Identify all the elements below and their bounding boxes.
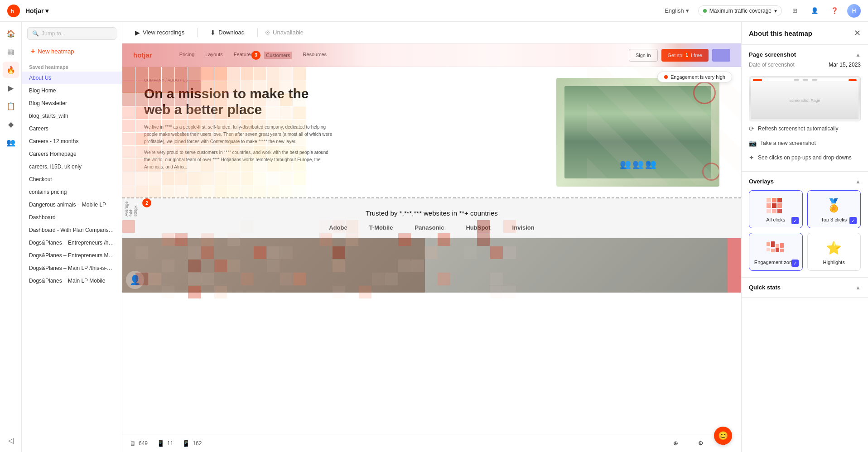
traffic-caret-icon: ▾ (774, 8, 777, 14)
right-panel: About this heatmap ✕ Page screenshot ▲ D… (741, 22, 868, 452)
stats-bar: 🖥 649 📱 11 📱 162 ⊕ ⚙ ⤢ (122, 434, 741, 452)
panel-item-dogs-main-mob[interactable]: Dogs&Planes – Main LP Mobile (22, 274, 122, 287)
panel-item-blog-newsletter[interactable]: Blog Newsletter (22, 97, 122, 110)
traffic-coverage-selector[interactable]: Maximum traffic coverage ▾ (698, 5, 782, 16)
svg-rect-2 (767, 198, 771, 202)
rp-screenshot-section: Page screenshot ▲ Date of screenshot Mar… (742, 45, 868, 172)
svg-rect-6 (772, 203, 776, 208)
brand-selector[interactable]: Hotjar ▾ (25, 7, 48, 14)
camera-icon: 📷 (749, 139, 757, 147)
user-add-icon-button[interactable]: 👤 (807, 4, 822, 18)
sidebar-icons: 🏠 ▦ 🔥 ▶ 📋 ◆ 👥 ◁ (0, 22, 22, 452)
logos-row: Adobe T-Mobile Panasonic HubSpot Invisio… (144, 224, 719, 231)
sidebar-people-btn[interactable]: 👥 (3, 134, 19, 150)
feedback-button[interactable]: 😊 (714, 427, 732, 445)
take-screenshot-button[interactable]: 📷 Take a new screenshot (749, 136, 861, 150)
mobile-icon: 📱 (182, 440, 190, 447)
click-icon: ✦ (749, 154, 754, 161)
sidebar-heatmap-btn[interactable]: 🔥 (3, 62, 19, 78)
fold-label: Average fold: 836px (124, 202, 138, 216)
logo-invision: Invision (512, 224, 535, 231)
sidebar-surveys-btn[interactable]: 📋 (3, 98, 19, 114)
svg-rect-16 (771, 249, 775, 252)
toolbar-divider-2 (257, 28, 258, 37)
settings-icon: ⚙ (698, 440, 704, 447)
panel-item-checkout[interactable]: Checkout (22, 173, 122, 186)
overlay-card-all-clicks[interactable]: All clicks ✓ (749, 190, 803, 228)
search-box[interactable]: 🔍 Jump to... (27, 27, 116, 40)
download-button[interactable]: ⬇ Download (205, 26, 250, 39)
sidebar-insights-btn[interactable]: ◆ (3, 116, 19, 132)
view-recordings-button[interactable]: ▶ View recordings (130, 26, 190, 39)
search-icon: 🔍 (32, 30, 39, 37)
panel-item-careers[interactable]: Careers (22, 122, 122, 135)
fake-lang-box (712, 49, 730, 62)
desktop-icon: 🖥 (130, 440, 136, 447)
close-panel-button[interactable]: ✕ (854, 28, 861, 38)
logo-panasonic: Panasonic (415, 224, 444, 231)
screenshot-section-header[interactable]: Page screenshot ▲ (749, 51, 861, 58)
dashboard-icon: ▦ (7, 48, 14, 56)
overlay-card-top3-clicks[interactable]: 🏅 Top 3 clicks ✓ (807, 190, 861, 228)
panel-item-dashboard-plan[interactable]: Dashboard - With Plan Comparison (Traffi… (22, 224, 122, 236)
rp-title: About this heatmap (749, 29, 812, 37)
svg-rect-14 (780, 243, 784, 248)
sidebar-recordings-btn[interactable]: ▶ (3, 80, 19, 96)
fold-line-container: Average fold: 836px (122, 197, 741, 198)
grid-icon-button[interactable]: ⊞ (787, 4, 802, 18)
panel-item-dashboard[interactable]: Dashboard (22, 211, 122, 224)
help-icon-button[interactable]: ❓ (827, 4, 842, 18)
avatar[interactable]: H (847, 4, 861, 18)
plus-icon: + (31, 47, 35, 55)
fake-signin-button[interactable]: Sign in (629, 49, 658, 62)
overlays-section-header[interactable]: Overlays ▲ (749, 178, 861, 185)
engagement-zones-icon (765, 239, 786, 257)
logo[interactable]: h (7, 5, 20, 17)
refresh-screenshot-button[interactable]: ⟳ Refresh screenshot automatically (749, 121, 861, 136)
top3-clicks-check: ✓ (849, 217, 857, 224)
play-icon: ▶ (135, 29, 140, 36)
panel-item-dogs-planes-ent[interactable]: Dogs&Planes – Entrepreneurs /hotjar-x-en… (22, 236, 122, 249)
svg-rect-9 (772, 209, 776, 213)
overlay-card-highlights[interactable]: ⭐ Highlights ✓ (807, 233, 861, 271)
surveys-icon: 📋 (6, 102, 15, 111)
overlay-card-engagement-zones[interactable]: Engagement zones ✓ (749, 233, 803, 271)
sidebar-dashboard-btn[interactable]: ▦ (3, 43, 19, 60)
tablet-stat: 📱 11 (157, 440, 173, 447)
language-selector[interactable]: English ▾ (661, 5, 693, 16)
panel-item-dogs-main[interactable]: Dogs&Planes – Main LP /this-is-hotjar (22, 262, 122, 274)
panel-item-dangerous-animals[interactable]: Dangerous animals – Mobile LP (22, 198, 122, 211)
fake-breadcrumb: COMPANY / ABOUT US (144, 78, 334, 82)
user-add-icon: 👤 (811, 7, 819, 14)
toolbar: ▶ View recordings ⬇ Download ⊙ Unavailab… (122, 22, 741, 43)
tablet-icon: 📱 (157, 440, 164, 447)
panel-item-blog-starts-with[interactable]: blog_starts_with (22, 110, 122, 122)
help-icon: ❓ (831, 7, 839, 14)
svg-rect-18 (780, 249, 784, 252)
panel-item-blog-home[interactable]: Blog Home (22, 84, 122, 97)
quickstats-chevron-icon: ▲ (855, 284, 861, 291)
svg-rect-17 (776, 248, 779, 252)
unavailable-status: ⊙ Unavailable (265, 29, 304, 36)
insights-icon: ◆ (8, 120, 14, 129)
panel-item-careers-12[interactable]: Careers - 12 months (22, 135, 122, 148)
new-heatmap-button[interactable]: + New heatmap (27, 45, 116, 57)
panel-item-about-us[interactable]: About Us (22, 72, 122, 84)
download-icon: ⬇ (210, 29, 216, 36)
sidebar-collapse-btn[interactable]: ◁ (3, 432, 19, 448)
panel-item-dogs-planes-mob[interactable]: Dogs&Planes – Entrepreneurs Mobile (22, 249, 122, 262)
settings-button[interactable]: ⚙ (693, 437, 709, 449)
panel-item-contains-pricing[interactable]: contains pricing (22, 186, 122, 198)
screenshot-preview-box[interactable]: screenshot Page (749, 76, 861, 121)
see-clicks-button[interactable]: ✦ See clicks on pop-ups and drop-downs (749, 150, 861, 165)
logo-tmobile: T-Mobile (369, 224, 393, 231)
panel-item-careers-homepage[interactable]: Careers Homepage (22, 148, 122, 160)
screenshot-preview-image: screenshot Page (749, 77, 860, 121)
filter-button[interactable]: ⊕ (668, 437, 684, 449)
grid-icon: ⊞ (792, 7, 797, 14)
fold-line: Average fold: 836px (122, 197, 741, 198)
fake-nav-buttons: Sign in Get started free (629, 49, 730, 62)
panel-item-careers-l15d[interactable]: careers, l15D, uk only (22, 160, 122, 173)
quickstats-section-header[interactable]: Quick stats ▲ (749, 284, 861, 291)
sidebar-home-btn[interactable]: 🏠 (3, 25, 19, 42)
